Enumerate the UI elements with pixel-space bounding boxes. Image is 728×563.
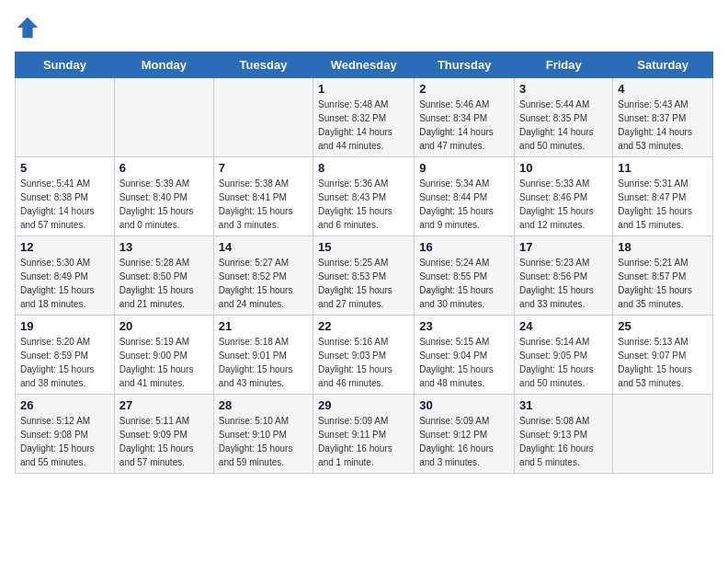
day-info: Sunrise: 5:14 AM Sunset: 9:05 PM Dayligh… [519,335,608,390]
day-info: Sunrise: 5:28 AM Sunset: 8:50 PM Dayligh… [119,256,209,311]
day-cell: 8Sunrise: 5:36 AM Sunset: 8:43 PM Daylig… [313,157,415,236]
day-number: 20 [119,319,209,333]
day-info: Sunrise: 5:16 AM Sunset: 9:03 PM Dayligh… [318,335,409,390]
day-info: Sunrise: 5:10 AM Sunset: 9:10 PM Dayligh… [219,414,308,469]
day-cell: 4Sunrise: 5:43 AM Sunset: 8:37 PM Daylig… [613,78,713,157]
day-info: Sunrise: 5:44 AM Sunset: 8:35 PM Dayligh… [519,98,608,153]
day-header-wednesday: Wednesday [313,52,415,78]
day-number: 5 [20,161,109,175]
day-header-monday: Monday [114,52,213,78]
week-row-2: 5Sunrise: 5:41 AM Sunset: 8:38 PM Daylig… [16,157,713,236]
day-cell: 11Sunrise: 5:31 AM Sunset: 8:47 PM Dayli… [613,157,713,236]
day-cell: 10Sunrise: 5:33 AM Sunset: 8:46 PM Dayli… [515,157,613,236]
day-cell: 9Sunrise: 5:34 AM Sunset: 8:44 PM Daylig… [415,157,515,236]
day-number: 23 [419,319,509,333]
day-cell: 29Sunrise: 5:09 AM Sunset: 9:11 PM Dayli… [313,395,415,474]
day-number: 26 [20,398,109,412]
day-info: Sunrise: 5:46 AM Sunset: 8:34 PM Dayligh… [419,98,509,153]
day-cell: 30Sunrise: 5:09 AM Sunset: 9:12 PM Dayli… [415,395,515,474]
day-number: 15 [318,240,409,254]
day-cell [114,78,213,157]
day-info: Sunrise: 5:11 AM Sunset: 9:09 PM Dayligh… [119,414,209,469]
day-info: Sunrise: 5:43 AM Sunset: 8:37 PM Dayligh… [618,98,708,153]
day-info: Sunrise: 5:30 AM Sunset: 8:49 PM Dayligh… [20,256,109,311]
day-cell: 6Sunrise: 5:39 AM Sunset: 8:40 PM Daylig… [114,157,213,236]
day-number: 12 [20,240,109,254]
day-cell: 26Sunrise: 5:12 AM Sunset: 9:08 PM Dayli… [16,395,115,474]
day-info: Sunrise: 5:41 AM Sunset: 8:38 PM Dayligh… [20,177,109,232]
day-cell: 13Sunrise: 5:28 AM Sunset: 8:50 PM Dayli… [114,236,213,316]
day-cell: 2Sunrise: 5:46 AM Sunset: 8:34 PM Daylig… [415,78,515,157]
day-cell: 16Sunrise: 5:24 AM Sunset: 8:55 PM Dayli… [415,236,515,316]
day-info: Sunrise: 5:12 AM Sunset: 9:08 PM Dayligh… [20,414,109,469]
page-header [15,15,713,40]
day-info: Sunrise: 5:48 AM Sunset: 8:32 PM Dayligh… [318,98,409,153]
day-number: 21 [219,319,308,333]
day-cell: 5Sunrise: 5:41 AM Sunset: 8:38 PM Daylig… [16,157,115,236]
day-number: 18 [618,240,708,254]
day-cell: 14Sunrise: 5:27 AM Sunset: 8:52 PM Dayli… [213,236,313,316]
day-cell: 23Sunrise: 5:15 AM Sunset: 9:04 PM Dayli… [415,316,515,395]
week-row-3: 12Sunrise: 5:30 AM Sunset: 8:49 PM Dayli… [16,236,713,316]
day-info: Sunrise: 5:15 AM Sunset: 9:04 PM Dayligh… [419,335,509,390]
day-cell: 3Sunrise: 5:44 AM Sunset: 8:35 PM Daylig… [515,78,613,157]
day-number: 16 [419,240,509,254]
logo [15,15,44,40]
day-cell: 25Sunrise: 5:13 AM Sunset: 9:07 PM Dayli… [613,316,713,395]
day-number: 8 [318,161,409,175]
day-number: 2 [419,82,509,96]
day-number: 3 [519,82,608,96]
day-number: 10 [519,161,608,175]
day-cell: 19Sunrise: 5:20 AM Sunset: 8:59 PM Dayli… [16,316,115,395]
day-header-friday: Friday [515,52,613,78]
day-number: 14 [219,240,308,254]
day-number: 13 [119,240,209,254]
day-cell: 28Sunrise: 5:10 AM Sunset: 9:10 PM Dayli… [213,395,313,474]
day-info: Sunrise: 5:21 AM Sunset: 8:57 PM Dayligh… [618,256,708,311]
day-info: Sunrise: 5:34 AM Sunset: 8:44 PM Dayligh… [419,177,509,232]
day-number: 4 [618,82,708,96]
day-info: Sunrise: 5:25 AM Sunset: 8:53 PM Dayligh… [318,256,409,311]
logo-icon [15,15,40,40]
calendar-table: SundayMondayTuesdayWednesdayThursdayFrid… [15,52,713,474]
day-info: Sunrise: 5:09 AM Sunset: 9:12 PM Dayligh… [419,414,509,469]
day-info: Sunrise: 5:27 AM Sunset: 8:52 PM Dayligh… [219,256,308,311]
day-header-sunday: Sunday [16,52,115,78]
day-cell: 18Sunrise: 5:21 AM Sunset: 8:57 PM Dayli… [613,236,713,316]
day-number: 30 [419,398,509,412]
day-info: Sunrise: 5:18 AM Sunset: 9:01 PM Dayligh… [219,335,308,390]
day-number: 19 [20,319,109,333]
day-number: 6 [119,161,209,175]
day-number: 17 [519,240,608,254]
day-number: 31 [519,398,608,412]
day-info: Sunrise: 5:13 AM Sunset: 9:07 PM Dayligh… [618,335,708,390]
day-info: Sunrise: 5:19 AM Sunset: 9:00 PM Dayligh… [119,335,209,390]
day-info: Sunrise: 5:20 AM Sunset: 8:59 PM Dayligh… [20,335,109,390]
day-cell: 24Sunrise: 5:14 AM Sunset: 9:05 PM Dayli… [515,316,613,395]
day-header-thursday: Thursday [415,52,515,78]
week-row-1: 1Sunrise: 5:48 AM Sunset: 8:32 PM Daylig… [16,78,713,157]
day-cell: 20Sunrise: 5:19 AM Sunset: 9:00 PM Dayli… [114,316,213,395]
day-info: Sunrise: 5:39 AM Sunset: 8:40 PM Dayligh… [119,177,209,232]
week-row-5: 26Sunrise: 5:12 AM Sunset: 9:08 PM Dayli… [16,395,713,474]
day-info: Sunrise: 5:31 AM Sunset: 8:47 PM Dayligh… [618,177,708,232]
day-info: Sunrise: 5:36 AM Sunset: 8:43 PM Dayligh… [318,177,409,232]
day-cell: 22Sunrise: 5:16 AM Sunset: 9:03 PM Dayli… [313,316,415,395]
day-info: Sunrise: 5:38 AM Sunset: 8:41 PM Dayligh… [219,177,308,232]
day-number: 1 [318,82,409,96]
day-cell: 21Sunrise: 5:18 AM Sunset: 9:01 PM Dayli… [213,316,313,395]
svg-marker-0 [17,17,38,38]
day-cell: 27Sunrise: 5:11 AM Sunset: 9:09 PM Dayli… [114,395,213,474]
day-cell: 12Sunrise: 5:30 AM Sunset: 8:49 PM Dayli… [16,236,115,316]
day-cell: 31Sunrise: 5:08 AM Sunset: 9:13 PM Dayli… [515,395,613,474]
day-number: 24 [519,319,608,333]
day-cell: 15Sunrise: 5:25 AM Sunset: 8:53 PM Dayli… [313,236,415,316]
day-number: 22 [318,319,409,333]
day-info: Sunrise: 5:09 AM Sunset: 9:11 PM Dayligh… [318,414,409,469]
day-header-tuesday: Tuesday [213,52,313,78]
day-cell: 1Sunrise: 5:48 AM Sunset: 8:32 PM Daylig… [313,78,415,157]
day-cell: 17Sunrise: 5:23 AM Sunset: 8:56 PM Dayli… [515,236,613,316]
day-number: 7 [219,161,308,175]
day-info: Sunrise: 5:33 AM Sunset: 8:46 PM Dayligh… [519,177,608,232]
header-row: SundayMondayTuesdayWednesdayThursdayFrid… [16,52,713,78]
